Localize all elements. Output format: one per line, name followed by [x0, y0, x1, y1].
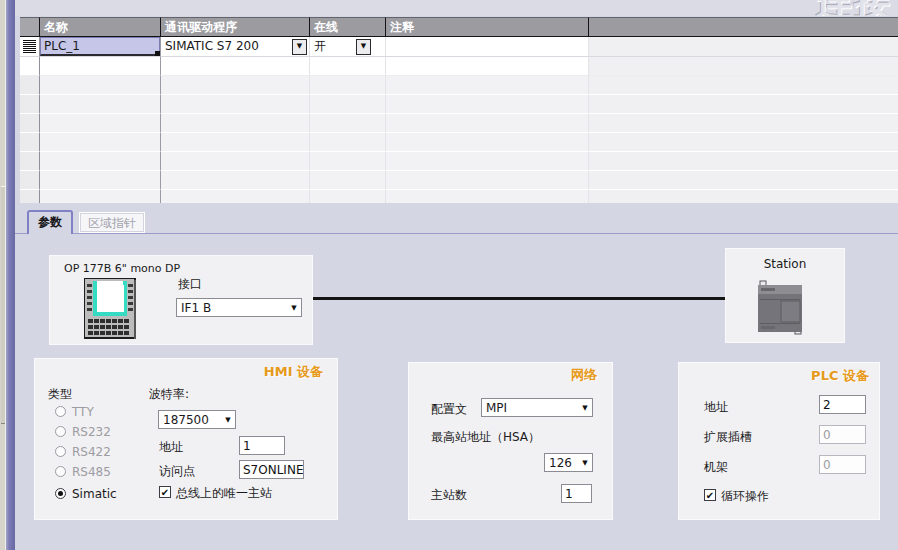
- filler-cell: [589, 114, 898, 133]
- column-header-driver[interactable]: 通讯驱动程序: [161, 17, 310, 37]
- radio-rs422[interactable]: [55, 446, 66, 457]
- row-selector-cell[interactable]: [20, 171, 40, 190]
- profile-combobox[interactable]: MPI ▼: [481, 398, 593, 417]
- empty-cell[interactable]: [40, 95, 161, 114]
- row-selector-cell[interactable]: [20, 37, 40, 57]
- empty-cell[interactable]: [161, 95, 310, 114]
- empty-cell[interactable]: [310, 57, 386, 76]
- empty-cell[interactable]: [310, 133, 386, 152]
- row-selector-cell[interactable]: [20, 114, 40, 133]
- chevron-down-icon: ▼: [361, 37, 366, 56]
- empty-cell[interactable]: [310, 95, 386, 114]
- hsa-value: 126: [545, 456, 578, 470]
- empty-cell[interactable]: [386, 114, 589, 133]
- empty-cell[interactable]: [40, 171, 161, 190]
- empty-cell[interactable]: [40, 57, 161, 76]
- empty-table-row[interactable]: [20, 76, 898, 95]
- name-cell[interactable]: PLC_1: [40, 37, 161, 57]
- column-header-name[interactable]: 名称: [40, 17, 161, 37]
- empty-cell[interactable]: [161, 190, 310, 203]
- empty-table-row[interactable]: [20, 133, 898, 152]
- empty-table-row[interactable]: [20, 57, 898, 76]
- baudrate-combobox[interactable]: 187500 ▼: [158, 410, 236, 429]
- empty-cell[interactable]: [40, 114, 161, 133]
- radio-tty-label: TTY: [72, 405, 94, 419]
- window-splitter[interactable]: [6, 0, 15, 550]
- chevron-down-icon: ▼: [287, 304, 301, 312]
- empty-cell[interactable]: [40, 133, 161, 152]
- filler-cell: [589, 133, 898, 152]
- empty-table-row[interactable]: [20, 190, 898, 203]
- empty-cell[interactable]: [386, 171, 589, 190]
- interface-value: IF1 B: [177, 301, 287, 315]
- empty-cell[interactable]: [40, 190, 161, 203]
- empty-cell[interactable]: [161, 152, 310, 171]
- empty-cell[interactable]: [161, 171, 310, 190]
- empty-table-row[interactable]: [20, 171, 898, 190]
- access-point-field[interactable]: [239, 460, 304, 479]
- radio-simatic-label: Simatic: [72, 487, 117, 501]
- plc-address-field[interactable]: [819, 395, 866, 414]
- online-dropdown-button[interactable]: ▼: [356, 39, 371, 55]
- empty-cell[interactable]: [310, 171, 386, 190]
- hsa-combobox[interactable]: 126 ▼: [544, 453, 593, 472]
- row-selector-cell[interactable]: [20, 57, 40, 76]
- row-selector-cell[interactable]: [20, 95, 40, 114]
- empty-cell[interactable]: [161, 76, 310, 95]
- filler-cell: [589, 37, 898, 57]
- filler-cell: [589, 152, 898, 171]
- cell-fill-handle[interactable]: [155, 51, 160, 56]
- connections-table: 名称 通讯驱动程序 在线 注释 PLC_1 SIMATIC S7 200 ▼ 开…: [20, 17, 898, 203]
- driver-cell[interactable]: SIMATIC S7 200 ▼: [161, 37, 310, 57]
- row-selector-cell[interactable]: [20, 152, 40, 171]
- empty-table-row[interactable]: [20, 152, 898, 171]
- filler-cell: [589, 95, 898, 114]
- radio-simatic[interactable]: [55, 488, 66, 499]
- driver-dropdown-button[interactable]: ▼: [292, 39, 307, 55]
- selected-cell[interactable]: PLC_1: [40, 37, 160, 56]
- interface-label: 接口: [178, 276, 202, 293]
- empty-cell[interactable]: [40, 76, 161, 95]
- column-header-comment[interactable]: 注释: [386, 17, 589, 37]
- station-box: Station: [725, 248, 845, 343]
- masters-field[interactable]: [561, 484, 592, 503]
- online-cell[interactable]: 开 ▼: [310, 37, 386, 57]
- plc-parameters-panel: PLC 设备 地址 扩展插槽 机架 ✔ 循环操作: [678, 362, 880, 520]
- chevron-down-icon: ▼: [221, 416, 235, 424]
- row-selector-cell[interactable]: [20, 133, 40, 152]
- empty-cell[interactable]: [310, 114, 386, 133]
- empty-cell[interactable]: [310, 190, 386, 203]
- empty-cell[interactable]: [386, 190, 589, 203]
- interface-combobox[interactable]: IF1 B ▼: [176, 298, 302, 317]
- tab-parameters[interactable]: 参数: [27, 210, 73, 234]
- comment-cell[interactable]: [386, 37, 589, 57]
- empty-cell[interactable]: [310, 76, 386, 95]
- cyclic-operation-checkbox[interactable]: ✔: [704, 489, 716, 501]
- table-corner-cell[interactable]: [20, 17, 40, 37]
- empty-cell[interactable]: [161, 114, 310, 133]
- radio-rs232[interactable]: [55, 426, 66, 437]
- empty-cell[interactable]: [386, 133, 589, 152]
- empty-cell[interactable]: [386, 95, 589, 114]
- empty-cell[interactable]: [386, 152, 589, 171]
- empty-cell[interactable]: [310, 152, 386, 171]
- baudrate-value: 187500: [159, 413, 221, 427]
- empty-cell[interactable]: [161, 57, 310, 76]
- radio-tty[interactable]: [55, 406, 66, 417]
- editor-title-strip: 连接: [15, 0, 898, 16]
- empty-cell[interactable]: [386, 76, 589, 95]
- empty-table-row[interactable]: [20, 95, 898, 114]
- hmi-address-field[interactable]: [239, 436, 285, 455]
- row-selector-cell[interactable]: [20, 76, 40, 95]
- tab-area-pointers[interactable]: 区域指针: [79, 212, 145, 233]
- empty-table-row[interactable]: [20, 114, 898, 133]
- rack-label: 机架: [704, 459, 728, 476]
- row-selector-cell[interactable]: [20, 190, 40, 203]
- radio-rs485[interactable]: [55, 466, 66, 477]
- column-header-online[interactable]: 在线: [310, 17, 386, 37]
- only-master-checkbox[interactable]: ✔: [159, 486, 171, 498]
- network-connector-line: [313, 297, 725, 300]
- empty-cell[interactable]: [386, 57, 589, 76]
- empty-cell[interactable]: [40, 152, 161, 171]
- empty-cell[interactable]: [161, 133, 310, 152]
